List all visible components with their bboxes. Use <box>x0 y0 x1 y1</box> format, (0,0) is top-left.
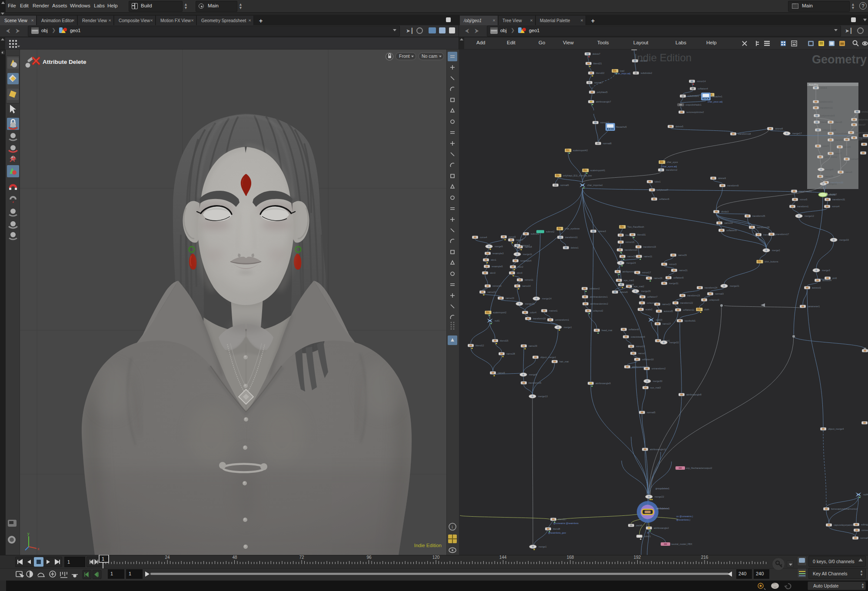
svg-text:uvlayout3: uvlayout3 <box>709 299 719 301</box>
svg-text:attribnoangle8: attribnoangle8 <box>686 393 702 396</box>
svg-text:normal3: normal3 <box>715 292 724 295</box>
svg-text:normal6: normal6 <box>560 184 569 186</box>
svg-text:topobuild1: topobuild1 <box>685 319 695 322</box>
svg-text:polyextrude8: polyextrude8 <box>858 118 868 121</box>
svg-text:delete3: delete3 <box>598 230 606 232</box>
svg-text:scale2: scale2 <box>645 308 652 311</box>
svg-text:head_mat: head_mat <box>602 329 612 332</box>
svg-text:th: th <box>647 531 649 534</box>
svg-text:object_merge4: object_merge4 <box>828 428 844 430</box>
svg-text:normal7: normal7 <box>594 81 603 84</box>
svg-text:shirt_buttons: shirt_buttons <box>765 260 778 263</box>
svg-text:uvquickshade1: uvquickshade1 <box>685 103 702 106</box>
svg-text:tube1: tube1 <box>655 180 661 183</box>
svg-text:Two_FaceMesh: Two_FaceMesh <box>627 226 644 228</box>
svg-text:merge20: merge20 <box>525 302 535 305</box>
svg-text:merge33: merge33 <box>839 239 849 241</box>
svg-text:filecache1: filecache1 <box>712 95 722 98</box>
svg-text:merge31: merge31 <box>669 282 678 285</box>
svg-text:merge5: merge5 <box>529 373 537 376</box>
svg-text:name26: name26 <box>654 277 662 279</box>
svg-text:attribnoangle11: attribnoangle11 <box>650 448 666 451</box>
svg-text:divide3: divide3 <box>721 210 728 213</box>
svg-text:char_eyes: char_eyes <box>667 161 678 163</box>
svg-text:merge21: merge21 <box>730 285 739 287</box>
svg-text:autocut5: autocut5 <box>664 310 673 312</box>
svg-text:transform11: transform11 <box>820 106 833 109</box>
svg-text:name14: name14 <box>522 285 531 287</box>
svg-text:mirror6: mirror6 <box>851 158 858 160</box>
svg-text:y: y <box>27 531 30 536</box>
svg-text:attribrandomize1: attribrandomize1 <box>590 296 608 298</box>
svg-text:name6: name6 <box>845 171 852 173</box>
svg-text:uvflatten5: uvflatten5 <box>673 276 684 279</box>
svg-text:name1: name1 <box>638 352 645 355</box>
svg-text:attribnoangle2: attribnoangle2 <box>654 527 669 529</box>
svg-text:exp_filecharacteroutput2: exp_filecharacteroutput2 <box>686 467 712 469</box>
svg-text:merge2: merge2 <box>772 249 780 252</box>
svg-text:color1: color1 <box>644 535 651 538</box>
svg-text:transform28: transform28 <box>757 226 769 229</box>
svg-text:transform17: transform17 <box>776 233 789 236</box>
svg-text:uv @uvseams.): uv @uvseams.) <box>676 515 693 518</box>
svg-text:144: 144 <box>499 555 507 560</box>
svg-text:name21: name21 <box>679 269 688 272</box>
svg-text:name27: name27 <box>662 322 671 325</box>
svg-text:delete5: delete5 <box>675 125 683 128</box>
svg-text:char_psce.adj: char_psce.adj <box>708 100 722 103</box>
svg-text:mirror17: mirror17 <box>642 271 651 274</box>
svg-text:normal9: normal9 <box>860 537 868 539</box>
svg-text:merge24: merge24 <box>626 262 636 264</box>
svg-text:transform22: transform22 <box>680 302 693 304</box>
svg-text:subdivide2: subdivide2 <box>641 72 652 74</box>
svg-text:delete8: delete8 <box>775 127 783 130</box>
svg-text:matnet1: matnet1 <box>549 309 558 312</box>
svg-text:96: 96 <box>366 555 372 560</box>
svg-text:transform24: transform24 <box>705 286 717 289</box>
svg-text:char_eyebrow: char_eyebrow <box>565 227 580 230</box>
svg-text:uvflatten11: uvflatten11 <box>683 309 695 311</box>
svg-text:onlyhiapi_E11_fromZB_low: onlyhiapi_E11_fromZB_low <box>563 174 592 177</box>
svg-text:cloth: cloth <box>704 308 709 311</box>
svg-text:color7: color7 <box>835 152 841 155</box>
svg-text:blend17: blend17 <box>558 518 567 521</box>
svg-text:uvflatten8: uvflatten8 <box>629 328 639 331</box>
svg-text:groupdelete1: groupdelete1 <box>655 487 669 490</box>
svg-text:168: 168 <box>567 555 574 560</box>
svg-text:delete2: delete2 <box>522 244 530 247</box>
svg-text:merge26: merge26 <box>641 290 651 292</box>
svg-text:merge11: merge11 <box>828 183 837 185</box>
svg-text:mirror14: mirror14 <box>697 80 705 83</box>
svg-text:scaleimport2: scaleimport2 <box>493 311 506 314</box>
svg-text:resample4: resample4 <box>520 259 532 262</box>
svg-text:merge22: merge22 <box>655 495 664 498</box>
svg-text:transform23: transform23 <box>687 294 700 297</box>
svg-text:name7: name7 <box>516 239 523 241</box>
svg-text:1: 1 <box>102 556 104 561</box>
svg-text:blend15: blend15 <box>500 339 509 342</box>
svg-text:untransform1: untransform1 <box>555 319 569 321</box>
svg-text:uvlayout2: uvlayout2 <box>593 309 603 312</box>
svg-text:polyextrude7: polyextrude7 <box>835 132 849 135</box>
svg-text:circle1: circle1 <box>820 86 827 89</box>
svg-text:subdivide1: subdivide1 <box>688 95 699 97</box>
svg-text:transform1: transform1 <box>797 205 808 208</box>
svg-text:transform26: transform26 <box>529 382 541 384</box>
svg-text:polyextrude9: polyextrude9 <box>855 131 868 134</box>
svg-text:merge9: merge9 <box>495 245 503 248</box>
svg-text:delete1: delete1 <box>571 246 579 249</box>
svg-text:merge30: merge30 <box>653 380 662 382</box>
svg-text:polybevel11: polybevel11 <box>820 100 833 103</box>
svg-text:merge17: merge17 <box>792 132 802 135</box>
svg-text:192: 192 <box>634 555 641 560</box>
svg-text:AutoRig: AutoRig <box>809 83 818 86</box>
svg-text:merge11: merge11 <box>523 253 532 256</box>
svg-text:merge1: merge1 <box>539 545 547 548</box>
svg-text:name23: name23 <box>506 297 514 299</box>
svg-text:null1: null1 <box>495 319 500 322</box>
svg-text:merge32: merge32 <box>669 341 679 344</box>
svg-text:polyextrude6: polyextrude6 <box>822 129 836 131</box>
svg-text:bonecapturebiharmonic2: bonecapturebiharmonic2 <box>831 508 858 510</box>
svg-text:curve5: curve5 <box>509 236 516 238</box>
svg-text:mirror5: mirror5 <box>800 198 807 201</box>
